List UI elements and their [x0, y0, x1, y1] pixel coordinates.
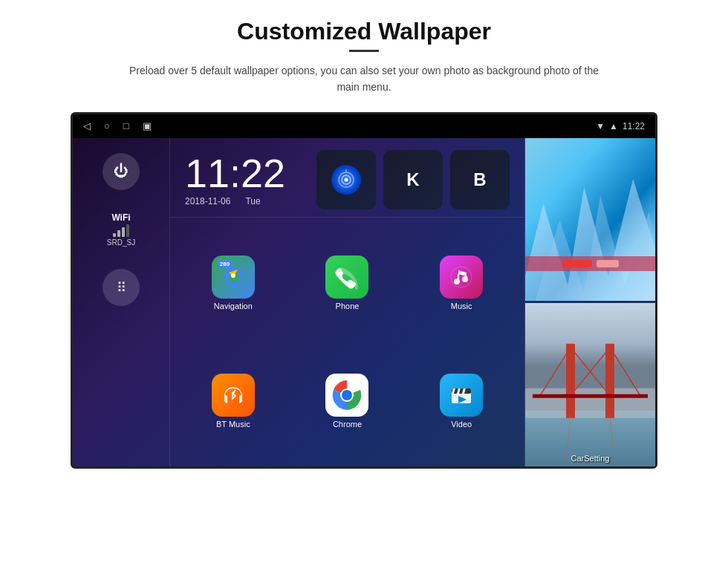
music-label: Music: [451, 302, 472, 310]
wifi-label: WiFi: [111, 212, 130, 223]
app-bt-music[interactable]: BT Music: [176, 342, 290, 461]
bt-music-icon: [212, 374, 255, 417]
app-video[interactable]: Video: [404, 342, 519, 461]
screen-content: ⏻ WiFi SRD_SJ ⠿: [73, 138, 655, 466]
app-music[interactable]: Music: [404, 224, 519, 342]
page-wrapper: Customized Wallpaper Preload over 5 defa…: [0, 0, 728, 563]
power-icon: ⏻: [114, 163, 129, 180]
b-widget[interactable]: B: [450, 150, 510, 209]
wifi-ssid: SRD_SJ: [107, 238, 135, 247]
recents-nav-icon[interactable]: □: [123, 120, 129, 131]
right-panel: CarSetting: [525, 138, 655, 466]
video-icon: [440, 374, 483, 417]
svg-point-12: [342, 390, 352, 400]
wifi-section: WiFi SRD_SJ: [107, 212, 135, 247]
app-grid: 280 Navigation: [170, 218, 524, 466]
wallpaper-bridge[interactable]: CarSetting: [525, 303, 655, 466]
title-divider: [349, 50, 379, 52]
app-navigation[interactable]: 280 Navigation: [176, 224, 290, 342]
location-icon: ▼: [596, 121, 605, 131]
date-display: 2018-11-06 Tue: [185, 196, 285, 206]
device-screen: ◁ ○ □ ▣ ▼ ▲ 11:22 ⏻ WiFi: [71, 112, 657, 469]
k-widget[interactable]: K: [383, 150, 443, 209]
svg-point-4: [231, 273, 235, 278]
wifi-status-icon: ▲: [609, 121, 618, 131]
status-bar-left: ◁ ○ □ ▣: [83, 120, 152, 131]
wallpaper-bridge-label: CarSetting: [525, 454, 655, 463]
apps-grid-icon: ⠿: [117, 279, 126, 296]
app-chrome[interactable]: Chrome: [290, 342, 405, 461]
status-bar: ◁ ○ □ ▣ ▼ ▲ 11:22: [73, 114, 655, 138]
wifi-bar-4: [126, 224, 129, 237]
date-value: 2018-11-06: [185, 196, 230, 206]
svg-rect-26: [605, 344, 614, 418]
power-button[interactable]: ⏻: [103, 153, 140, 190]
svg-rect-25: [566, 344, 575, 418]
home-nav-icon[interactable]: ○: [104, 120, 110, 131]
sidebar: ⏻ WiFi SRD_SJ ⠿: [73, 138, 169, 466]
page-desc: Preload over 5 default wallpaper options…: [126, 62, 602, 96]
navigation-label: Navigation: [214, 302, 253, 310]
time-info: 11:22 2018-11-06 Tue: [185, 153, 285, 206]
bt-music-label: BT Music: [216, 420, 250, 429]
wifi-bar-3: [122, 227, 125, 237]
chrome-label: Chrome: [333, 420, 362, 429]
wallpaper-ice[interactable]: [525, 138, 655, 302]
center-panel: 11:22 2018-11-06 Tue: [169, 138, 525, 466]
svg-rect-31: [533, 394, 648, 398]
day-value: Tue: [245, 196, 260, 206]
svg-point-5: [451, 267, 472, 287]
phone-label: Phone: [336, 302, 360, 310]
back-nav-icon[interactable]: ◁: [83, 120, 91, 131]
chrome-icon: [325, 374, 368, 417]
apps-grid-button[interactable]: ⠿: [103, 269, 140, 306]
widget-icons: K B: [316, 150, 510, 209]
music-icon: [440, 256, 483, 299]
wifi-bars: [113, 224, 129, 237]
signal-icon: [331, 165, 361, 195]
status-time: 11:22: [623, 121, 645, 131]
wifi-bar-2: [117, 230, 120, 237]
svg-point-2: [345, 178, 348, 181]
time-section: 11:22 2018-11-06 Tue: [170, 138, 524, 218]
wifi-bar-1: [113, 233, 116, 237]
video-label: Video: [451, 420, 472, 429]
navigation-icon: 280: [212, 256, 255, 299]
svg-rect-24: [525, 388, 655, 418]
status-bar-right: ▼ ▲ 11:22: [596, 121, 645, 131]
maps-badge: 280: [218, 260, 232, 268]
page-title: Customized Wallpaper: [237, 18, 491, 45]
screen-nav-icon[interactable]: ▣: [143, 120, 152, 131]
app-phone[interactable]: Phone: [290, 224, 405, 342]
time-display: 11:22: [185, 153, 285, 193]
signal-widget[interactable]: [316, 150, 376, 209]
phone-icon: [325, 256, 368, 299]
